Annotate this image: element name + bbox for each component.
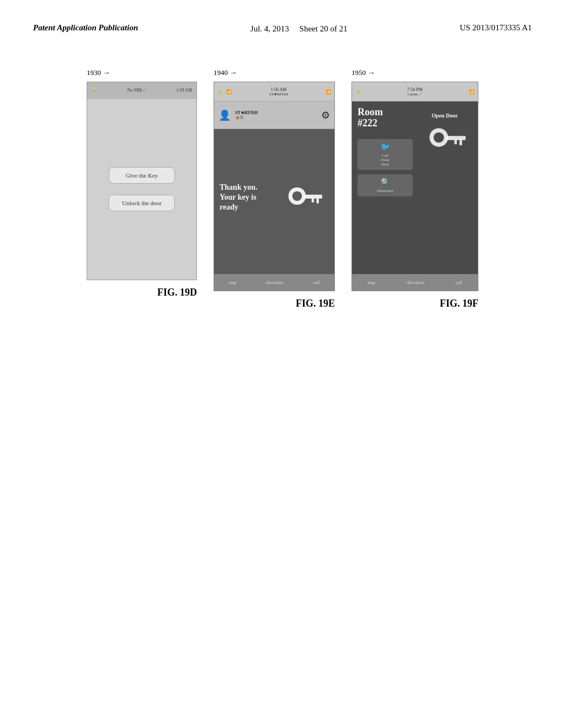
fig19f-room-number: Room#222 xyxy=(358,107,413,129)
figure-19f: 1950 → 🔋 7:54 PM Carrier ☄ 📶 xyxy=(351,68,478,309)
fig19f-caption: FIG. 19F xyxy=(440,298,478,309)
fig19e-time: 1:56 AM xyxy=(271,87,287,92)
fig19d-battery-icon: 🔋 xyxy=(92,88,98,93)
fig19d-carrier: No SIM ☄ xyxy=(127,88,147,93)
fig19f-bottom-nav: map directions call xyxy=(352,274,478,291)
fig19f-carrier: Carrier ☄ xyxy=(407,92,423,97)
fig19d-caption-area: FIG. 19D xyxy=(157,287,197,298)
svg-rect-8 xyxy=(459,140,462,145)
fig19d-phone: 🔋 No SIM ☄ 1:59 AM Give the Key Unlock t… xyxy=(87,82,197,280)
header: Patent Application Publication Jul. 4, 2… xyxy=(33,22,532,41)
fig19e-notif-title: ST★RFISH xyxy=(235,110,258,115)
fig19e-main-screen: Thank you.Your key is ready xyxy=(214,129,334,274)
fig19e-header: 1940 → xyxy=(214,68,237,77)
fig19d-main-area: Give the Key Unlock the door xyxy=(87,99,196,280)
fig19e-notification-bar: 👤 ST★RFISH 🏨∅ ⚙ xyxy=(214,101,334,129)
ref-1930: 1930 → xyxy=(87,68,110,77)
fig19e-caption-area: FIG. 19E xyxy=(296,298,335,309)
page: Patent Application Publication Jul. 4, 2… xyxy=(0,0,565,728)
fig19e-call-label: call xyxy=(313,280,320,285)
svg-rect-9 xyxy=(454,140,457,144)
fig19e-battery: 🔋 xyxy=(217,89,223,94)
figures-row: 1930 → 🔋 No SIM ☄ 1:59 AM Give the Key U… xyxy=(33,68,532,309)
figure-19d: 1930 → 🔋 No SIM ☄ 1:59 AM Give the Key U… xyxy=(87,68,197,298)
fig19e-status-bar: 🔋 📶 1:56 AM ST★RFISH 📶 xyxy=(214,82,334,101)
key-icon-19f xyxy=(424,123,466,164)
give-key-button[interactable]: Give the Key xyxy=(109,167,175,184)
fig19e-icon2: 📶 xyxy=(226,89,232,94)
svg-rect-4 xyxy=(312,198,314,202)
call-front-desk-button[interactable]: 🐦 CallFrontDesk xyxy=(358,139,413,170)
sheet-number: Sheet 20 of 21 xyxy=(300,24,348,33)
fig19f-wifi: 📶 xyxy=(469,89,475,94)
fig19d-caption: FIG. 19D xyxy=(157,287,197,298)
fig19e-thank-you-text: Thank you.Your key is ready xyxy=(220,183,271,213)
call-front-desk-label: CallFrontDesk xyxy=(381,153,389,167)
svg-point-6 xyxy=(433,132,444,143)
fig19f-left-panel: Room#222 🐦 CallFrontDesk 🔍 Directions xyxy=(358,107,413,269)
fig19f-header: 1950 → xyxy=(351,68,375,77)
fig19f-phone: 🔋 7:54 PM Carrier ☄ 📶 Room#222 xyxy=(351,82,478,291)
ref-1950: 1950 → xyxy=(351,68,375,77)
fig19e-notif-icon: 👤 xyxy=(218,109,231,121)
fig19e-caption: FIG. 19E xyxy=(296,298,335,309)
header-center: Jul. 4, 2013 Sheet 20 of 21 xyxy=(250,22,348,35)
directions-button[interactable]: 🔍 Directions xyxy=(358,174,413,196)
fig19f-main-screen: Room#222 🐦 CallFrontDesk 🔍 Directions xyxy=(352,101,478,274)
svg-point-1 xyxy=(292,191,302,201)
directions-icon: 🔍 xyxy=(381,178,390,187)
fig19f-status-bar: 🔋 7:54 PM Carrier ☄ 📶 xyxy=(352,82,478,101)
svg-rect-7 xyxy=(446,136,466,140)
fig19e-carrier: ST★RFISH xyxy=(269,92,288,97)
publication-date: Jul. 4, 2013 xyxy=(250,24,289,33)
fig19f-call-label: call xyxy=(456,280,462,285)
ref-1940: 1940 → xyxy=(214,68,237,77)
fig19e-notif-subtitle: 🏨∅ xyxy=(235,115,258,120)
patent-number: US 2013/0173335 A1 xyxy=(460,22,532,34)
fig19d-status-bar: 🔋 No SIM ☄ 1:59 AM xyxy=(87,82,196,99)
phone-icon: 🐦 xyxy=(381,142,390,152)
fig19f-right-panel: Open Door xyxy=(417,107,472,269)
fig19e-directions-label: directions xyxy=(266,280,284,285)
key-icon-19e xyxy=(284,183,322,221)
fig19f-map-label: map xyxy=(368,280,376,285)
fig19f-battery: 🔋 xyxy=(355,89,361,94)
fig19f-directions-label: directions xyxy=(407,280,424,285)
fig19e-wifi: 📶 xyxy=(326,89,331,94)
fig19e-map-label: map xyxy=(229,280,237,285)
svg-rect-2 xyxy=(304,194,322,198)
fig19d-time: 1:59 AM xyxy=(176,88,192,93)
fig19e-bottom-nav: map directions call xyxy=(214,274,334,291)
open-door-label: Open Door xyxy=(431,113,458,119)
fig19e-phone: 🔋 📶 1:56 AM ST★RFISH 📶 👤 ST★RFISH 🏨 xyxy=(214,82,335,291)
unlock-door-button[interactable]: Unlock the door xyxy=(109,195,175,211)
figure-19e: 1940 → 🔋 📶 1:56 AM ST★RFISH 📶 xyxy=(214,68,335,309)
publication-label: Patent Application Publication xyxy=(33,22,138,34)
fig19f-time: 7:54 PM xyxy=(407,87,423,92)
fig19e-settings-icon: ⚙ xyxy=(321,109,330,121)
svg-rect-3 xyxy=(317,198,319,203)
fig19d-header: 1930 → xyxy=(87,68,110,77)
fig19f-caption-area: FIG. 19F xyxy=(440,298,478,309)
directions-label: Directions xyxy=(377,189,393,193)
